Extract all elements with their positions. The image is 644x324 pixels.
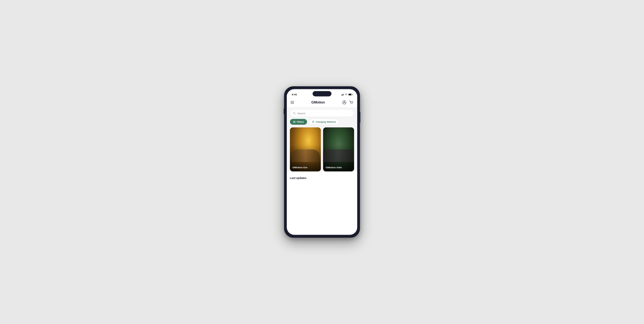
search-area bbox=[287, 107, 357, 119]
status-bar: 9:41 bbox=[287, 89, 357, 98]
car-image-era bbox=[290, 127, 321, 171]
sliders-icon bbox=[293, 120, 296, 123]
filters-button[interactable]: Filters bbox=[290, 119, 307, 125]
wifi-icon bbox=[345, 94, 347, 96]
svg-point-9 bbox=[295, 121, 295, 122]
charging-stations-label: Charging Stations bbox=[316, 120, 336, 123]
header-actions bbox=[342, 100, 353, 104]
svg-point-11 bbox=[313, 121, 314, 122]
dynamic-island bbox=[313, 91, 331, 97]
phone-frame: 9:41 bbox=[284, 87, 360, 237]
car-card-infin[interactable]: GMotion Infin bbox=[323, 127, 354, 171]
car-label-era: GMotion Era bbox=[292, 166, 308, 169]
profile-button[interactable] bbox=[342, 100, 347, 104]
app-title: GMotion bbox=[311, 100, 325, 104]
signal-bars-icon bbox=[341, 94, 344, 96]
car-grid: GMotion Era GMotion Infin bbox=[287, 127, 357, 171]
last-updates-section: Last updates bbox=[287, 174, 357, 181]
search-input[interactable] bbox=[297, 112, 351, 115]
charging-stations-button[interactable]: Charging Stations bbox=[309, 119, 339, 125]
app-header: GMotion bbox=[287, 98, 357, 107]
svg-point-3 bbox=[352, 103, 353, 104]
svg-point-10 bbox=[294, 122, 294, 123]
svg-point-1 bbox=[344, 101, 345, 103]
status-time: 9:41 bbox=[292, 93, 297, 96]
car-label-infin: GMotion Infin bbox=[326, 166, 342, 169]
search-bar-container[interactable] bbox=[290, 110, 354, 117]
scene: 9:41 bbox=[0, 0, 644, 324]
car-card-era[interactable]: GMotion Era bbox=[290, 127, 321, 171]
cart-button[interactable] bbox=[349, 100, 353, 104]
filters-label: Filters bbox=[297, 120, 304, 123]
svg-point-2 bbox=[351, 103, 351, 104]
location-pin-icon bbox=[312, 120, 314, 123]
filter-row: Filters Charging Stations bbox=[287, 119, 357, 128]
battery-icon bbox=[348, 94, 352, 96]
car-image-infin bbox=[323, 127, 354, 171]
screen: 9:41 bbox=[287, 89, 357, 235]
svg-point-8 bbox=[294, 121, 294, 121]
search-icon bbox=[293, 112, 296, 115]
status-icons bbox=[341, 94, 352, 96]
last-updates-title: Last updates bbox=[290, 176, 306, 180]
hamburger-menu-icon[interactable] bbox=[291, 101, 294, 103]
